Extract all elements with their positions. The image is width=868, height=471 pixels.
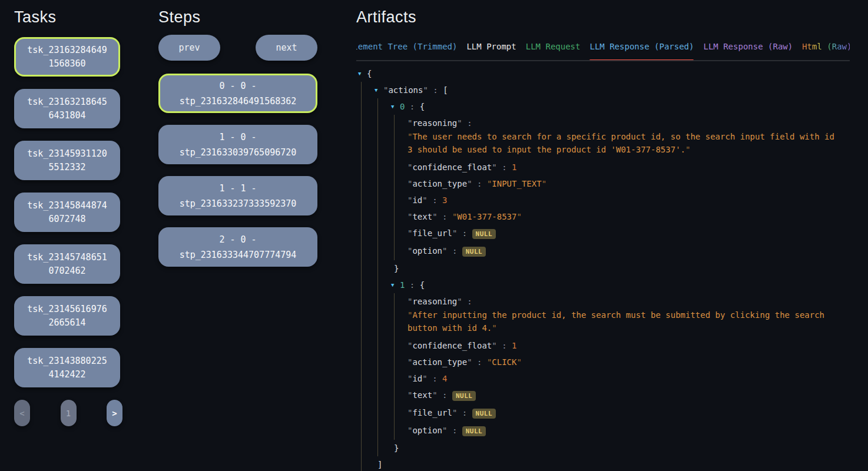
json-children: "reasoning" :"The user needs to search f… [394,115,850,260]
null-badge: NULL [462,247,486,257]
tab-element-tree-trimmed[interactable]: Element Tree (Trimmed) [356,42,457,60]
tab-html-raw[interactable]: Html (Raw) [802,42,850,60]
task-button[interactable]: tsk_231456169762665614 [14,296,120,336]
json-node-close-row: ] [377,456,850,471]
json-children: ▼"actions" : [▼0 : {"reasoning" :"The us… [361,82,850,471]
null-badge: NULL [452,391,476,401]
null-badge: NULL [472,409,496,419]
tasks-panel: Tasks tsk_231632846491568360tsk_23163218… [14,1,120,426]
task-button[interactable]: tsk_231438802254142422 [14,348,120,387]
json-children: "reasoning" :"After inputting the produc… [394,293,850,440]
json-property-row: "confidence_float" : 1 [408,159,850,175]
step-nav: prev next [158,35,317,61]
null-badge: NULL [472,229,496,239]
app-root: Tasks tsk_231632846491568360tsk_23163218… [0,0,868,471]
step-button[interactable]: 1 - 1 - stp_231633237333592370 [158,176,317,215]
artifacts-panel: Artifacts Element Tree (Trimmed)LLM Prom… [356,1,850,471]
json-node-open-row: ▼{ [358,65,850,82]
json-node-close-row: } [394,440,850,456]
null-badge: NULL [462,426,486,436]
json-property-row: "action_type" : "CLICK" [408,354,850,370]
json-node-close-row: } [394,260,850,277]
task-button[interactable]: tsk_231632186456431804 [14,89,120,128]
artifacts-tabbar: Element Tree (Trimmed)LLM PromptLLM Requ… [356,42,850,61]
json-property-row: "option" : NULL [408,422,850,440]
json-property-row: "id" : 4 [408,370,850,387]
step-list: 0 - 0 - stp_2316328464915683621 - 0 - st… [158,74,317,267]
json-property-row: "option" : NULL [408,243,850,260]
collapse-arrow[interactable]: ▼ [375,82,383,98]
pagination-prev-button[interactable]: < [14,400,30,426]
task-button[interactable]: tsk_231632846491568360 [14,37,120,77]
prev-step-button[interactable]: prev [158,35,220,61]
tasks-pagination: < 1 > [14,400,122,426]
next-step-button[interactable]: next [256,35,317,61]
json-node-open-row: ▼0 : { [391,98,850,115]
json-key-row: "reasoning" : [408,115,850,131]
tab-llm-response-raw[interactable]: LLM Response (Raw) [703,42,793,60]
task-list: tsk_231632846491568360tsk_23163218645643… [14,37,120,387]
pagination-page-button[interactable]: 1 [61,400,77,426]
collapse-arrow[interactable]: ▼ [358,65,367,82]
task-button[interactable]: tsk_231458448746072748 [14,193,120,232]
step-button[interactable]: 0 - 0 - stp_231632846491568362 [158,74,317,113]
task-button[interactable]: tsk_231459311205512332 [14,141,120,180]
json-tree-viewer: ▼{▼"actions" : [▼0 : {"reasoning" :"The … [356,65,850,471]
pagination-next-button[interactable]: > [107,400,122,426]
step-button[interactable]: 2 - 0 - stp_231633344707774794 [158,227,317,267]
json-children: ▼0 : {"reasoning" :"The user needs to se… [377,98,850,456]
json-property-row: "id" : 3 [408,192,850,208]
json-node-open-row: ▼1 : { [391,277,850,293]
json-property-row: "text" : NULL [408,387,850,404]
json-node-open-row: ▼"actions" : [ [375,82,850,98]
step-button[interactable]: 1 - 0 - stp_231633039765096720 [158,125,317,164]
json-property-row: "confidence_float" : 1 [408,337,850,354]
tab-llm-response-parsed[interactable]: LLM Response (Parsed) [589,42,694,60]
json-string-value: "The user needs to search for a specific… [408,130,839,157]
task-button[interactable]: tsk_231457486510702462 [14,244,120,284]
tab-llm-request[interactable]: LLM Request [526,42,581,60]
json-string-value: "After inputting the product id, the sea… [408,309,839,335]
json-property-row: "text" : "W01-377-8537" [408,208,850,225]
json-key-row: "reasoning" : [408,293,850,310]
tasks-title: Tasks [14,8,120,26]
steps-panel: Steps prev next 0 - 0 - stp_231632846491… [158,1,317,278]
steps-title: Steps [158,8,317,26]
json-property-row: "action_type" : "INPUT_TEXT" [408,175,850,192]
artifacts-title: Artifacts [356,8,850,26]
collapse-arrow[interactable]: ▼ [391,277,400,293]
collapse-arrow[interactable]: ▼ [391,98,400,115]
json-property-row: "file_url" : NULL [408,225,850,243]
json-property-row: "file_url" : NULL [408,404,850,422]
tab-llm-prompt[interactable]: LLM Prompt [466,42,516,60]
